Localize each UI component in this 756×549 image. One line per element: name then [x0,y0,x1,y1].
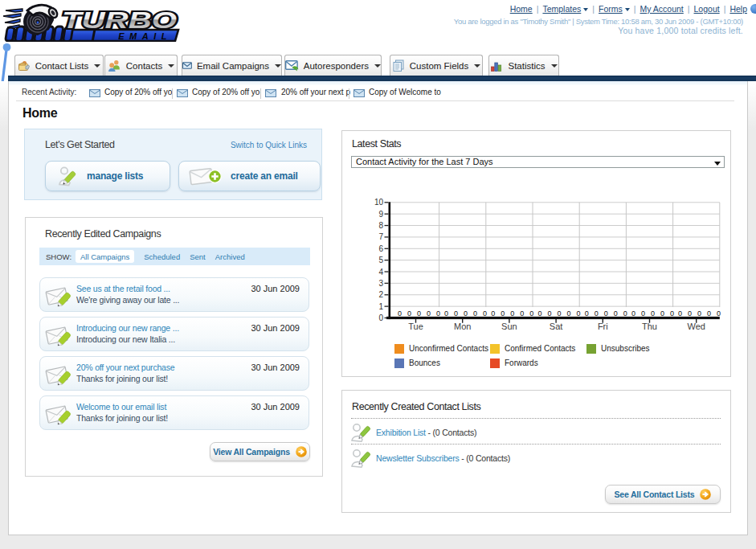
svg-text:0: 0 [557,309,561,318]
svg-text:0: 0 [595,309,599,318]
svg-text:Sun: Sun [501,322,517,331]
svg-text:8: 8 [378,221,383,230]
svg-text:2: 2 [378,290,383,299]
svg-text:0: 0 [651,309,655,318]
svg-text:Wed: Wed [687,322,705,331]
svg-text:0: 0 [670,309,674,318]
svg-text:TURBO: TURBO [62,7,178,33]
svg-text:0: 0 [631,309,635,318]
svg-text:10: 10 [374,198,384,207]
svg-text:0: 0 [576,309,580,318]
svg-text:0: 0 [398,309,402,318]
svg-text:0: 0 [688,309,692,318]
svg-text:0: 0 [707,309,711,318]
svg-text:0: 0 [427,309,431,318]
svg-text:Thu: Thu [642,322,657,331]
svg-text:1: 1 [378,302,383,311]
svg-text:0: 0 [604,309,608,318]
svg-text:Tue: Tue [408,322,423,331]
svg-text:0: 0 [641,309,645,318]
svg-text:3: 3 [378,279,383,288]
svg-text:Mon: Mon [454,322,471,331]
svg-text:0: 0 [547,309,551,318]
svg-text:Fri: Fri [598,322,608,331]
svg-text:0: 0 [444,309,448,318]
svg-text:0: 0 [464,309,468,318]
svg-text:0: 0 [473,309,477,318]
svg-text:7: 7 [378,232,383,241]
svg-text:0: 0 [483,309,487,318]
svg-text:9: 9 [378,210,383,219]
svg-text:0: 0 [491,309,495,318]
svg-text:0: 0 [717,309,721,318]
svg-text:0: 0 [520,309,524,318]
svg-text:0: 0 [378,313,383,322]
svg-text:0: 0 [436,309,440,318]
svg-text:0: 0 [501,309,505,318]
svg-text:Sat: Sat [550,322,563,331]
svg-text:0: 0 [417,309,421,318]
svg-text:0: 0 [614,309,618,318]
svg-text:0: 0 [566,309,570,318]
svg-text:0: 0 [660,309,664,318]
svg-text:6: 6 [378,244,383,253]
svg-text:5: 5 [378,256,383,264]
svg-text:0: 0 [529,309,533,318]
svg-text:0: 0 [585,309,589,318]
svg-text:0: 0 [510,309,514,318]
svg-text:0: 0 [697,309,701,318]
svg-text:4: 4 [378,268,383,277]
svg-text:0: 0 [537,309,541,318]
svg-text:0: 0 [678,309,682,318]
svg-text:0: 0 [454,309,458,318]
svg-text:0: 0 [407,309,411,318]
svg-text:0: 0 [623,309,627,318]
